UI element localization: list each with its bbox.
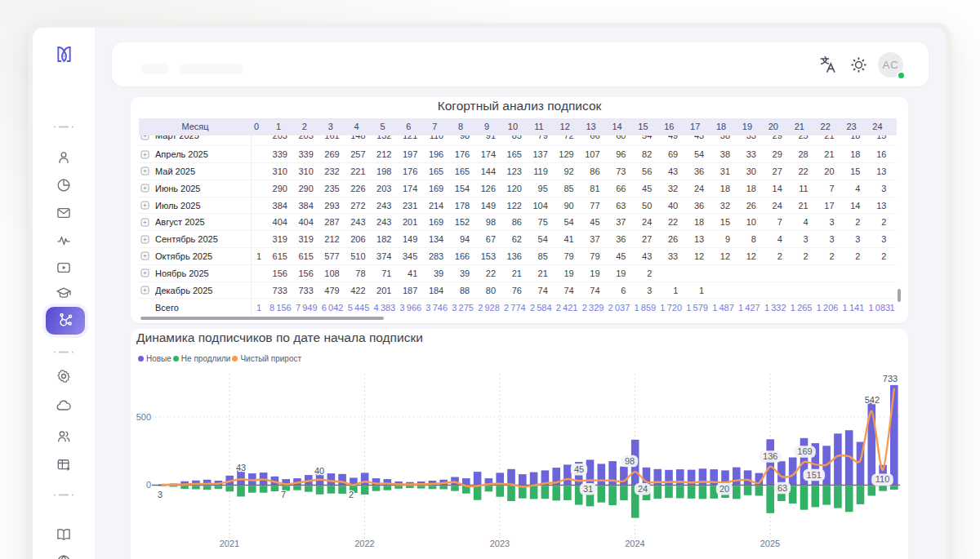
svg-text:0: 0: [146, 480, 151, 490]
svg-text:2024: 2024: [625, 539, 644, 548]
svg-text:98: 98: [625, 456, 635, 466]
svg-text:43: 43: [236, 463, 246, 472]
svg-text:500: 500: [136, 412, 151, 422]
svg-text:45: 45: [574, 464, 584, 474]
svg-text:31: 31: [583, 484, 593, 494]
svg-text:7: 7: [281, 490, 286, 499]
svg-text:3: 3: [158, 490, 163, 499]
svg-text:2023: 2023: [490, 539, 510, 548]
svg-text:63: 63: [777, 483, 787, 493]
svg-text:169: 169: [797, 446, 812, 456]
svg-text:2022: 2022: [354, 539, 374, 548]
svg-text:2: 2: [349, 490, 354, 499]
svg-text:136: 136: [763, 451, 777, 461]
svg-text:733: 733: [883, 374, 898, 384]
svg-text:110: 110: [875, 474, 890, 484]
svg-text:2025: 2025: [760, 539, 780, 548]
svg-text:40: 40: [314, 466, 324, 476]
svg-text:20: 20: [719, 484, 729, 494]
svg-text:2021: 2021: [220, 539, 239, 548]
svg-text:151: 151: [807, 470, 822, 480]
svg-text:24: 24: [638, 484, 648, 494]
svg-text:542: 542: [865, 395, 880, 405]
